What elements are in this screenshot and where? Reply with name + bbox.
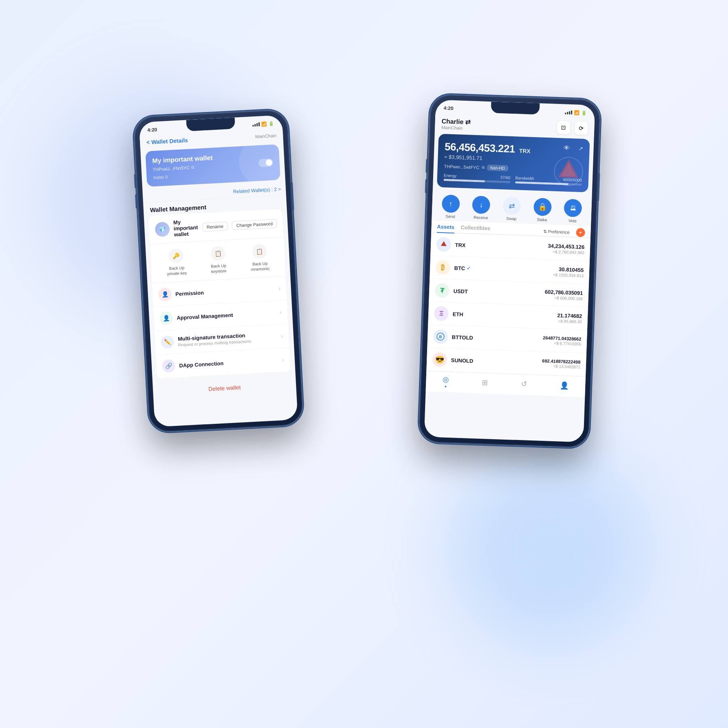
power-button[interactable] <box>291 182 294 210</box>
sun-name: SUNOLD <box>451 357 538 366</box>
svg-point-0 <box>554 157 583 186</box>
btc-icon: ₿ <box>436 260 451 275</box>
status-icons-left: 📶 🔋 <box>252 121 275 127</box>
svg-marker-1 <box>558 159 579 178</box>
bandwidth-bar: Bandwidth 4000/5000 <box>515 176 582 186</box>
send-action[interactable]: ↑ Send <box>441 195 460 219</box>
backup-mnemonic[interactable]: 📋 Back Upmnemonic <box>250 243 270 272</box>
network-label-left: MainChain <box>255 133 277 139</box>
rename-button[interactable]: Rename <box>202 221 228 231</box>
wifi-icon: 📶 <box>261 121 267 127</box>
wallet-toggle[interactable] <box>258 159 273 167</box>
volume-up-button[interactable] <box>134 174 137 188</box>
trx-icon <box>436 237 451 252</box>
qr-button[interactable]: ⟳ <box>575 121 588 135</box>
nav-history-icon: ↺ <box>521 379 527 389</box>
nav-profile-icon: 👤 <box>560 381 569 390</box>
action-buttons-row: ↑ Send ↓ Receive ⇄ Swap 🔒 Stake 🗳 Vo <box>432 189 592 226</box>
preference-button[interactable]: ⇅ Preference <box>543 229 569 235</box>
address-copy-icon[interactable]: ⧉ <box>482 165 485 170</box>
send-icon: ↑ <box>442 195 460 213</box>
svg-marker-3 <box>441 241 447 246</box>
vote-label: Vote <box>568 218 576 223</box>
svg-text:B: B <box>439 334 442 339</box>
backup-keystore-label: Back Upkeystore <box>211 263 226 274</box>
back-button[interactable]: < Wallet Details <box>146 137 188 146</box>
right-phone-power[interactable] <box>597 173 600 201</box>
energy-fill <box>444 179 485 182</box>
status-icons-right: 📶 🔋 <box>565 110 587 116</box>
trx-name: TRX <box>455 242 544 251</box>
right-phone-vol-down[interactable] <box>425 179 427 193</box>
energy-label: Energy <box>444 173 457 178</box>
nav-history[interactable]: ↺ <box>521 379 527 389</box>
battery-icon-right: 🔋 <box>581 110 587 115</box>
visibility-toggle[interactable]: 👁 <box>563 144 570 152</box>
stake-label: Stake <box>537 217 547 222</box>
bandwidth-label: Bandwidth <box>515 176 534 181</box>
swap-icon: ⇄ <box>503 197 521 215</box>
usdt-icon: ₮ <box>435 283 450 298</box>
btt-usd: ≈$ 6.77419355 <box>543 341 581 346</box>
management-card: 💎 My important wallet Rename Change Pass… <box>149 209 291 379</box>
energy-value: 37/60 <box>500 175 510 180</box>
add-asset-button[interactable]: + <box>576 228 585 237</box>
nav-discover[interactable]: ⊞ <box>482 378 488 387</box>
backup-private-key-label: Back Upprivate key <box>167 265 187 276</box>
eth-icon: Ξ <box>434 306 449 321</box>
left-phone-screen: 4:20 📶 🔋 < Wallet Details MainChain <box>139 115 298 427</box>
dapp-icon: 🔗 <box>162 359 176 373</box>
wallet-avatar: 💎 <box>154 222 170 237</box>
wallet-rename-name: My important wallet <box>173 218 199 238</box>
nav-assets-dot <box>445 386 447 387</box>
sort-icon: ⇅ <box>543 229 546 234</box>
copy-icon[interactable]: ⧉ <box>191 165 194 170</box>
btc-name: BTC ✓ <box>454 265 549 274</box>
right-phone-vol-up[interactable] <box>425 159 428 173</box>
usdt-name: USDT <box>453 288 541 297</box>
backup-private-key[interactable]: 🔑 Back Upprivate key <box>166 248 187 276</box>
bandwidth-fill <box>515 181 569 185</box>
volume-down-button[interactable] <box>135 194 138 208</box>
asset-list: TRX 34,234,453.126 ≈$ 2,760,842.982 ₿ BT… <box>426 233 590 377</box>
delete-wallet-button[interactable]: Delete wallet <box>152 375 296 401</box>
change-password-button[interactable]: Change Password <box>232 219 277 230</box>
balance-card: 56,456,453.221 TRX ≈ $3,951,951.71 THPwe… <box>437 134 590 193</box>
nav-assets[interactable]: ◎ <box>442 375 449 387</box>
balance-address: THPwer...5wtFYC <box>444 164 480 170</box>
phone-right: 4:20 📶 🔋 Charlie <box>419 94 601 448</box>
receive-icon: ↓ <box>472 196 491 214</box>
tab-assets[interactable]: Assets <box>437 223 454 233</box>
approval-icon: 👤 <box>159 311 173 325</box>
tab-collectibles[interactable]: Collectibles <box>461 224 491 235</box>
energy-bar: Energy 37/60 <box>444 173 511 183</box>
battery-icon: 🔋 <box>269 121 275 127</box>
btc-usd: ≈$ 1555,934.813 <box>553 272 584 278</box>
receive-action[interactable]: ↓ Receive <box>472 196 491 220</box>
scan-button[interactable]: ⊡ <box>557 121 570 134</box>
svg-marker-2 <box>561 163 576 176</box>
expand-button[interactable]: ↗ <box>578 145 583 152</box>
non-hd-badge: Non-HD <box>487 165 508 171</box>
swap-action[interactable]: ⇄ Swap <box>502 197 521 221</box>
phone-left: 4:20 📶 🔋 < Wallet Details MainChain <box>133 110 303 433</box>
nav-profile[interactable]: 👤 <box>560 381 569 390</box>
btc-verified-badge: ✓ <box>467 266 470 271</box>
eth-name: ETH <box>453 311 553 321</box>
backup-keystore[interactable]: 📋 Back Upkeystore <box>210 246 226 274</box>
btc-amount: 30.810455 <box>553 266 584 273</box>
signal-icon-right <box>565 110 572 115</box>
eth-usd: ≈$ 85,885.35 <box>557 319 582 324</box>
multisig-icon: ✏️ <box>161 335 174 349</box>
wifi-icon-right: 📶 <box>574 110 580 115</box>
balance-usd: ≈ $3,951,951.71 <box>444 154 582 165</box>
backup-row: 🔑 Back Upprivate key 📋 Back Upkeystore 📋… <box>150 237 286 283</box>
trx-amount: 34,234,453.126 <box>548 243 585 250</box>
receive-label: Receive <box>474 215 489 220</box>
bandwidth-value: 4000/5000 <box>563 177 582 182</box>
nav-assets-icon: ◎ <box>442 375 449 384</box>
vote-action[interactable]: 🗳 Vote <box>563 199 582 223</box>
mnemonic-icon: 📋 <box>252 244 267 259</box>
stake-action[interactable]: 🔒 Stake <box>533 198 552 222</box>
time-right: 4:20 <box>444 105 454 111</box>
